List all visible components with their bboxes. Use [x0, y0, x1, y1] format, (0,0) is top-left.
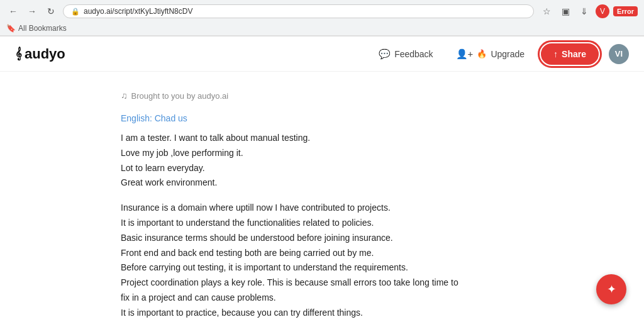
download-button[interactable]: ⇓	[577, 4, 592, 19]
transcript-line: Basic insurance terms should be understo…	[121, 231, 523, 246]
paragraph-1: I am a tester. I want to talk about manu…	[121, 131, 523, 191]
branding: ♫ Brought to you by audyo.ai	[121, 91, 523, 101]
fab-icon: ✦	[607, 282, 616, 296]
music-note-icon: ♫	[121, 91, 128, 101]
back-button[interactable]: ←	[6, 4, 20, 18]
fab-button[interactable]: ✦	[596, 274, 626, 304]
upgrade-icon: 🔥	[477, 49, 487, 58]
bookmarks-bar: 🔖 All Bookmarks	[0, 23, 644, 36]
error-badge: Error	[613, 6, 638, 16]
share-label: Share	[562, 49, 586, 59]
transcript-line: It is important to practice, because you…	[121, 306, 523, 321]
transcript-line: Before carrying out testing, it is impor…	[121, 260, 523, 275]
transcript-line: fix in a project and can cause problems.	[121, 291, 523, 306]
paragraph-2: Insurance is a domain where uptill now I…	[121, 201, 523, 322]
lock-icon: 🔒	[71, 8, 80, 16]
reload-button[interactable]: ↻	[44, 4, 58, 18]
bookmarks-label: All Bookmarks	[18, 24, 67, 33]
logo-text: audyo	[25, 46, 65, 62]
transcript-line: Insurance is a domain where uptill now I…	[121, 201, 523, 216]
share-icon: ↑	[553, 49, 558, 59]
header-actions: 💬 Feedback 👤+ 🔥 Upgrade ↑ Share VI	[372, 43, 629, 65]
extensions-button[interactable]: ▣	[558, 4, 573, 19]
avatar-initials: VI	[615, 49, 623, 58]
upgrade-label: Upgrade	[491, 49, 525, 59]
transcript-line: Project coordination plays a key role. T…	[121, 275, 523, 291]
browser-toolbar: ← → ↻ 🔒 audyo.ai/script/xtKyLJtiyftN8cDV…	[0, 0, 644, 23]
branding-text: Brought to you by audyo.ai	[131, 91, 229, 101]
feedback-label: Feedback	[394, 49, 433, 59]
transcript-line: Front end and back end testing both are …	[121, 246, 523, 261]
bookmarks-icon: 🔖	[6, 24, 16, 33]
browser-actions: ☆ ▣ ⇓ V Error	[539, 4, 638, 19]
bookmark-star-button[interactable]: ☆	[539, 4, 554, 19]
transcript-line: I am a tester. I want to talk about manu…	[121, 131, 523, 146]
upgrade-button[interactable]: 👤+ 🔥 Upgrade	[450, 45, 531, 64]
logo[interactable]: 𝄞 audyo	[15, 46, 65, 62]
address-bar[interactable]: 🔒 audyo.ai/script/xtKyLJtiyftN8cDV	[63, 4, 534, 18]
browser-chrome: ← → ↻ 🔒 audyo.ai/script/xtKyLJtiyftN8cDV…	[0, 0, 644, 36]
share-button[interactable]: ↑ Share	[541, 43, 599, 65]
add-user-icon: 👤+	[456, 48, 474, 60]
profile-button[interactable]: V	[596, 4, 609, 18]
speaker-label[interactable]: English: Chad us	[121, 113, 523, 123]
main-content: ♫ Brought to you by audyo.ai English: Ch…	[83, 72, 561, 322]
avatar[interactable]: VI	[609, 44, 629, 64]
transcript-line: Love my job ,love performing it.	[121, 146, 523, 161]
transcript-line: It is important to understand the functi…	[121, 216, 523, 231]
app-header: 𝄞 audyo 💬 Feedback 👤+ 🔥 Upgrade ↑ Share …	[0, 36, 644, 72]
feedback-button[interactable]: 💬 Feedback	[372, 45, 439, 64]
url-text: audyo.ai/script/xtKyLJtiyftN8cDV	[84, 7, 526, 16]
forward-button[interactable]: →	[25, 4, 39, 18]
feedback-icon: 💬	[379, 48, 391, 60]
transcript-line: Lot to learn everyday.	[121, 161, 523, 176]
logo-icon: 𝄞	[15, 47, 22, 60]
transcript-line: Great work environment.	[121, 175, 523, 191]
